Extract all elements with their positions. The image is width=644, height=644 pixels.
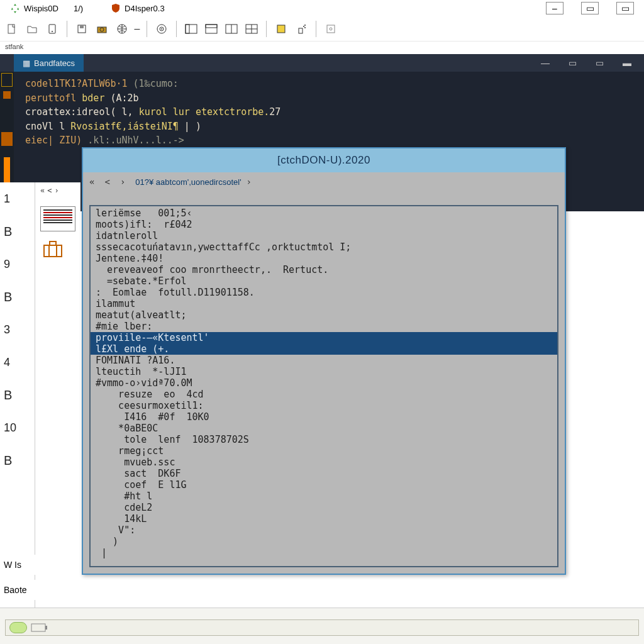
dialog-nav-end[interactable]: › <box>247 177 252 187</box>
nav-arrows[interactable]: « < › <box>35 182 80 199</box>
gutter-marker-4[interactable] <box>4 157 10 182</box>
save-icon[interactable] <box>72 19 91 38</box>
gutter-marker-2[interactable] <box>1 88 13 102</box>
dialog-breadcrumb[interactable]: 01?¥ aabtcom',uonedircsotel' <box>135 177 241 187</box>
list-item[interactable]: moots)ifl: r£042 <box>91 219 557 230</box>
svg-rect-21 <box>299 28 303 33</box>
layout-1-icon[interactable] <box>182 19 201 38</box>
ruler-cell: B <box>0 444 35 477</box>
svg-point-2 <box>52 31 53 32</box>
toolbar-sep-1 <box>67 21 67 37</box>
list-item[interactable]: =sebate.*Erfol <box>91 275 557 287</box>
dialog-titlebar[interactable]: [ctchDON-U).2020 <box>83 148 565 172</box>
svg-point-23 <box>304 25 306 26</box>
ruler-cell: B <box>0 215 35 248</box>
svg-rect-11 <box>186 25 197 33</box>
list-item[interactable]: ceesurmoxetil1: <box>91 400 557 411</box>
layout-3-icon[interactable] <box>222 19 241 38</box>
gutter-marker-1[interactable] <box>1 73 13 87</box>
svg-rect-29 <box>50 242 56 245</box>
minimize-button[interactable]: – <box>546 2 564 14</box>
ruler-cell: 4 <box>0 346 35 379</box>
list-item[interactable]: tole lenf 108378702S <box>91 434 557 445</box>
toolbar-strip-label: stfank <box>0 42 644 54</box>
page-icon[interactable] <box>3 19 21 38</box>
list-item[interactable]: resuze eo 4cd <box>91 389 557 400</box>
svg-rect-20 <box>277 25 285 33</box>
list-item[interactable]: proviile-—«Ktesentl' <box>91 332 557 343</box>
list-item[interactable]: ereveaveof coo mronrtheectr,. Rertuct. <box>91 264 557 275</box>
dialog-nav-back[interactable]: « <box>89 177 94 187</box>
svg-rect-32 <box>31 624 45 631</box>
page-thumbnail[interactable] <box>40 206 75 231</box>
maximize-button[interactable]: ▭ <box>581 2 599 14</box>
list-item[interactable]: #vmmo‑o›vidª70.0M <box>91 377 557 389</box>
layout-2-icon[interactable] <box>202 19 221 38</box>
app-tab-2[interactable]: D4Isper0.3 <box>104 2 171 14</box>
device-icon[interactable] <box>43 19 62 38</box>
panel-close[interactable]: ▬ <box>623 58 631 68</box>
svg-rect-12 <box>186 25 189 33</box>
target-icon[interactable] <box>152 19 171 38</box>
svg-rect-13 <box>206 25 217 33</box>
panel-minimize[interactable]: — <box>541 58 550 68</box>
list-item[interactable]: FOMINATI ?A16. <box>91 355 557 366</box>
list-item[interactable]: #ht l <box>91 491 557 502</box>
toolbar-sep-2 <box>147 21 147 37</box>
panel-window-controls: — ▭ ▭ ▬ <box>541 58 644 68</box>
list-item[interactable]: sssecacotuńatavın‚ywecttaffCc ,orktuctmt… <box>91 242 557 253</box>
app-tab-1-count: 1/) <box>74 4 83 13</box>
list-item[interactable]: rmeg¡cct <box>91 445 557 457</box>
app-tab-1[interactable]: Wispis0D 1/) <box>4 2 89 14</box>
svg-rect-0 <box>8 25 14 33</box>
list-item[interactable]: sact DK6F <box>91 468 557 479</box>
list-item[interactable]: ilammut <box>91 298 557 309</box>
spray-icon[interactable] <box>292 19 311 38</box>
list-item[interactable]: 14kL <box>91 513 557 525</box>
list-item[interactable]: cdeL2 <box>91 502 557 513</box>
globe-icon[interactable] <box>113 19 131 38</box>
toolbar-sep-5 <box>316 21 316 37</box>
list-item[interactable]: : Eomlae fotull.D11901158. <box>91 287 557 298</box>
list-item[interactable]: | <box>91 547 557 558</box>
list-item[interactable]: meatut(alveatlt; <box>91 309 557 321</box>
shield-icon <box>111 3 121 13</box>
status-indicator-icon[interactable] <box>9 622 27 633</box>
settings-icon[interactable] <box>321 19 340 38</box>
list-item[interactable]: mvueb.ssc <box>91 457 557 468</box>
thumbnail-strip: « < › <box>35 182 80 608</box>
list-item[interactable]: leriëmse 001;5‹ <box>91 208 557 219</box>
dialog-nav-prev[interactable]: < <box>104 177 109 187</box>
dash-icon: – <box>133 19 142 38</box>
folder-icon[interactable] <box>23 19 42 38</box>
highlight-icon[interactable] <box>272 19 291 38</box>
camera-icon[interactable] <box>92 19 111 38</box>
panel-restore[interactable]: ▭ <box>569 58 577 68</box>
layout-4-icon[interactable] <box>242 19 261 38</box>
list-item[interactable]: Jentene.‡40! <box>91 253 557 264</box>
ruler-cell: 10 <box>0 411 35 444</box>
gutter-marker-3[interactable] <box>1 132 13 146</box>
status-bar <box>0 608 644 644</box>
panel-maximize[interactable]: ▭ <box>596 58 604 68</box>
terminal-tab[interactable]: ▦ Bandfatecs <box>14 54 84 72</box>
list-item[interactable]: ) <box>91 536 557 547</box>
list-item[interactable]: *0aBE0C <box>91 423 557 434</box>
list-item[interactable]: lteuctih *‑lJI1 <box>91 366 557 377</box>
dialog-list[interactable]: leriëmse 001;5‹moots)ifl: r£042idatnlero… <box>91 206 557 560</box>
terminal-tab-label: Bandfatecs <box>34 58 75 68</box>
status-battery-icon <box>31 622 48 633</box>
briefcase-icon[interactable] <box>42 239 64 258</box>
toolbar-sep-4 <box>266 21 267 37</box>
list-item[interactable]: coef E l1G <box>91 479 557 491</box>
list-item[interactable]: I416 #0f 10K0 <box>91 411 557 423</box>
svg-point-10 <box>161 28 162 30</box>
list-item[interactable]: #mie lber: <box>91 321 557 332</box>
close-button[interactable]: ▭ <box>616 2 634 14</box>
terminal-code[interactable]: codel1TK1?ATLW6b·1 (1‰cumo:peruttofl bde… <box>19 72 644 153</box>
status-bar-inner <box>5 619 639 636</box>
list-item[interactable]: V": <box>91 525 557 536</box>
list-item[interactable]: l£Xl ende (+. <box>91 343 557 355</box>
dialog-nav-next[interactable]: › <box>120 177 125 187</box>
list-item[interactable]: idatnleroll <box>91 230 557 242</box>
